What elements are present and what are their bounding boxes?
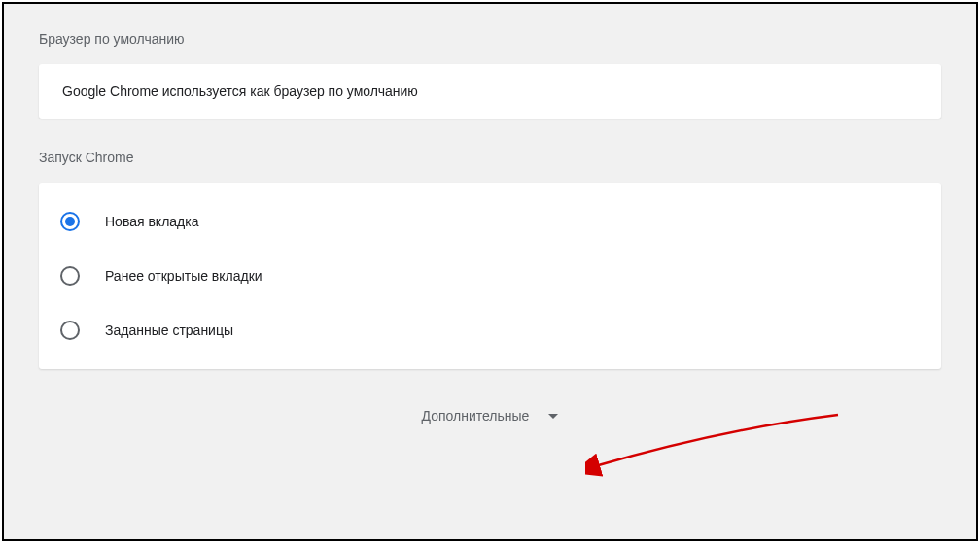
advanced-row: Дополнительные (39, 408, 941, 424)
radio-label: Новая вкладка (105, 214, 199, 229)
startup-options-card: Новая вкладка Ранее открытые вкладки Зад… (39, 183, 941, 369)
advanced-button[interactable]: Дополнительные (422, 408, 559, 424)
chevron-down-icon (548, 414, 558, 419)
default-browser-title: Браузер по умолчанию (39, 31, 941, 47)
radio-icon (60, 212, 80, 231)
default-browser-message: Google Chrome используется как браузер п… (62, 84, 918, 99)
radio-icon (60, 321, 80, 340)
radio-option-previous-tabs[interactable]: Ранее открытые вкладки (60, 249, 920, 303)
startup-title: Запуск Chrome (39, 150, 941, 165)
advanced-label: Дополнительные (422, 408, 530, 424)
settings-panel: Браузер по умолчанию Google Chrome испол… (2, 2, 978, 541)
default-browser-card: Google Chrome используется как браузер п… (39, 64, 941, 119)
radio-option-specific-pages[interactable]: Заданные страницы (60, 303, 920, 357)
radio-label: Ранее открытые вкладки (105, 268, 262, 284)
radio-label: Заданные страницы (105, 322, 233, 338)
radio-icon (60, 266, 80, 286)
radio-option-new-tab[interactable]: Новая вкладка (60, 194, 920, 249)
